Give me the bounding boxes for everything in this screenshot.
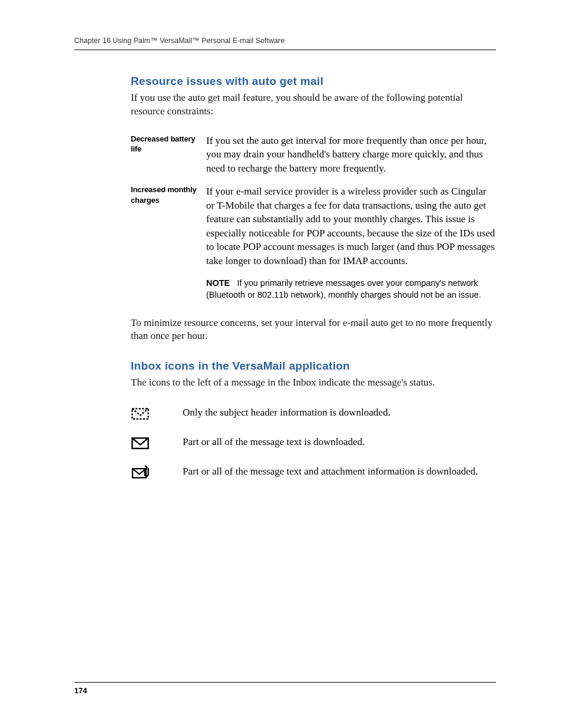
note-label: NOTE [206, 278, 230, 288]
def-text-charges: If your e-mail service provider is a wir… [206, 180, 496, 305]
intro-paragraph: If you use the auto get mail feature, yo… [131, 91, 496, 118]
table-row: Part or all of the message text is downl… [131, 430, 496, 459]
icon-description: Part or all of the message text is downl… [183, 430, 496, 459]
definition-table: Decreased battery life If you set the au… [131, 129, 496, 306]
icon-table: Only the subject header information is d… [131, 400, 496, 489]
table-row: Decreased battery life If you set the au… [131, 129, 496, 180]
page-number: 174 [74, 682, 496, 695]
icon-description: Part or all of the message text and atta… [183, 459, 496, 489]
running-header: Chapter 16 Using Palm™ VersaMail™ Person… [74, 37, 496, 50]
inbox-intro-paragraph: The icons to the left of a message in th… [131, 376, 496, 390]
def-text-battery: If you set the auto get interval for mor… [206, 129, 496, 180]
table-row: Part or all of the message text and atta… [131, 459, 496, 489]
table-row: Only the subject header information is d… [131, 400, 496, 430]
section-heading-inbox-icons: Inbox icons in the VersaMail application [131, 360, 496, 373]
content-area: Resource issues with auto get mail If yo… [74, 50, 496, 489]
section-heading-resource-issues: Resource issues with auto get mail [131, 75, 496, 88]
def-label-battery: Decreased battery life [131, 129, 206, 180]
def-text-charges-body: If your e-mail service provider is a wir… [206, 186, 495, 266]
table-row: Increased monthly charges If your e-mail… [131, 180, 496, 305]
envelope-attachment-icon [131, 472, 150, 482]
note-block: NOTE If you primarily retrieve messages … [206, 277, 496, 301]
envelope-header-only-icon [131, 413, 150, 423]
page: Chapter 16 Using Palm™ VersaMail™ Person… [0, 0, 562, 728]
icon-cell [131, 400, 183, 430]
icon-cell [131, 459, 183, 489]
icon-cell [131, 430, 183, 459]
def-label-charges: Increased monthly charges [131, 180, 206, 305]
note-text: If you primarily retrieve messages over … [206, 278, 481, 299]
envelope-message-icon [131, 443, 150, 453]
icon-description: Only the subject header information is d… [183, 400, 496, 430]
outro-paragraph: To minimize resource concerns, set your … [131, 317, 496, 344]
